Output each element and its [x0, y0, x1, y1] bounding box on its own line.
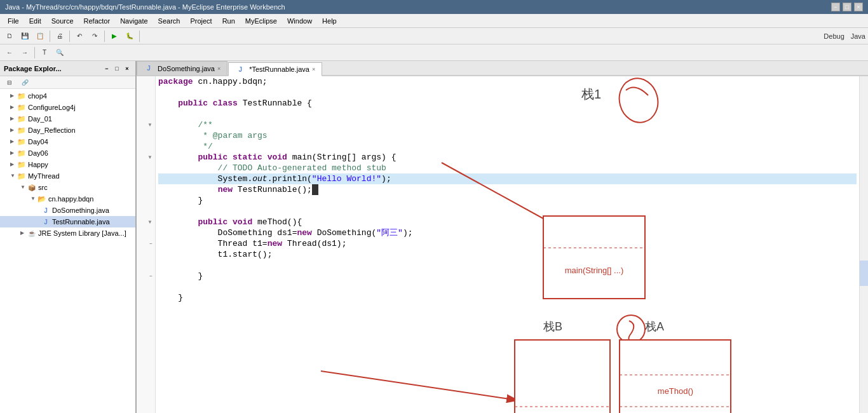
title-controls: − □ × — [831, 3, 863, 11]
tree-item-happy[interactable]: ▶ 📁 Happy — [0, 159, 135, 170]
title-text: Java - MyThread/src/cn/happy/bdqn/TestRu… — [5, 3, 285, 11]
code-line-5: /** — [158, 119, 857, 130]
code-line-7: */ — [158, 141, 857, 152]
toolbar-1: 🗋 💾 📋 🖨 ↶ ↷ ▶ 🐛 Debug Java — [0, 28, 868, 44]
tab-dosomething-label: DoSomething.java — [158, 65, 215, 72]
tab-dosomething-close[interactable]: × — [217, 65, 220, 72]
menu-file[interactable]: File — [3, 16, 24, 26]
separator-4 — [139, 30, 140, 42]
expand-arrow-day06: ▶ — [10, 150, 17, 156]
gutter-collapse-2[interactable]: ▼ — [147, 152, 153, 163]
link-editor-button[interactable]: 🔗 — [18, 76, 32, 90]
run-button[interactable]: ▶ — [107, 29, 121, 43]
tree-label-testrunnable: TestRunnable.java — [52, 218, 110, 226]
minimize-button[interactable]: − — [831, 3, 840, 11]
tree-item-day04[interactable]: ▶ 📁 Day04 — [0, 136, 135, 147]
gutter-collapse-1[interactable]: ▼ — [147, 119, 153, 130]
sidebar-header: Package Explor... − □ × — [0, 61, 135, 76]
toolbar-2: ← → T 🔍 — [0, 44, 868, 61]
expand-arrow-jre: ▶ — [20, 230, 27, 236]
tree-label-chop4: chop4 — [28, 92, 47, 100]
print-button[interactable]: 🖨 — [53, 29, 67, 43]
back-button[interactable]: ← — [3, 46, 17, 60]
expand-arrow-package: ▼ — [31, 196, 37, 202]
tab-testrunnable-close[interactable]: × — [312, 66, 315, 72]
tree-label-day-reflection: Day_Reflection — [28, 126, 76, 134]
menu-window[interactable]: Window — [282, 16, 317, 26]
editor-tabs: J DoSomething.java × J *TestRunnable.jav… — [137, 61, 868, 76]
expand-arrow-day04: ▶ — [10, 139, 17, 145]
expand-arrow-day01: ▶ — [10, 116, 17, 122]
tree-label-mythread: MyThread — [28, 172, 60, 180]
code-line-10: System.out.println("Hello World!"); — [158, 173, 857, 184]
tree-item-dosomething[interactable]: J DoSomething.java — [0, 205, 135, 216]
forward-button[interactable]: → — [18, 46, 32, 60]
tab-dosomething[interactable]: J DoSomething.java × — [137, 61, 227, 75]
menu-myeclipse[interactable]: MyEclipse — [240, 16, 282, 26]
main-layout: Package Explor... − □ × ⊟ 🔗 ▶ 📁 chop4 ▶ … — [0, 61, 868, 413]
code-editor[interactable]: package cn.happy.bdqn; public class Test… — [156, 76, 859, 413]
code-line-21: } — [158, 292, 857, 303]
collapse-all-button[interactable]: ⊟ — [3, 76, 17, 90]
editor-area: J DoSomething.java × J *TestRunnable.jav… — [137, 61, 868, 413]
folder-icon-day01: 📁 — [17, 114, 27, 124]
menu-source[interactable]: Source — [46, 16, 79, 26]
save-button[interactable]: 💾 — [18, 29, 32, 43]
editor-right-margin — [859, 76, 868, 413]
tree-item-day01[interactable]: ▶ 📁 Day_01 — [0, 113, 135, 125]
tree-item-src[interactable]: ▼ 📦 src — [0, 182, 135, 193]
stacka-box-svg — [620, 340, 731, 413]
sidebar-min-btn[interactable]: − — [102, 64, 111, 73]
tree-item-day06[interactable]: ▶ 📁 Day06 — [0, 147, 135, 159]
menu-project[interactable]: Project — [185, 16, 217, 26]
separator-2 — [69, 30, 70, 42]
save-all-button[interactable]: 📋 — [33, 29, 47, 43]
debug-label: Debug — [824, 32, 844, 40]
gutter-minus-1[interactable]: − — [149, 238, 153, 249]
tree-item-configurelog4j[interactable]: ▶ 📁 ConfigureLog4j — [0, 102, 135, 113]
folder-icon-mythread: 📁 — [17, 171, 27, 181]
expand-arrow-configurelog4j: ▶ — [10, 104, 17, 111]
open-type-button[interactable]: T — [37, 46, 51, 60]
menu-edit[interactable]: Edit — [24, 16, 46, 26]
separator-3 — [104, 30, 105, 42]
search-button[interactable]: 🔍 — [53, 46, 67, 60]
new-button[interactable]: 🗋 — [3, 29, 17, 43]
java-icon-dosomething: J — [41, 205, 51, 215]
code-line-15: DoSomething ds1=new DoSomething("阿三"); — [158, 227, 857, 238]
tree-item-day-reflection[interactable]: ▶ 📁 Day_Reflection — [0, 125, 135, 136]
tree-item-mythread[interactable]: ▼ 📁 MyThread — [0, 170, 135, 182]
tree-label-day04: Day04 — [28, 138, 48, 146]
code-line-1: package cn.happy.bdqn; — [158, 76, 857, 87]
redo-button[interactable]: ↷ — [88, 29, 102, 43]
maximize-button[interactable]: □ — [843, 3, 851, 11]
tree-item-package[interactable]: ▼ 📂 cn.happy.bdqn — [0, 193, 135, 205]
folder-icon-chop4: 📁 — [17, 91, 27, 101]
code-line-16: Thread t1=new Thread(ds1); — [158, 238, 857, 249]
sidebar-close-btn[interactable]: × — [123, 64, 132, 73]
folder-icon-happy: 📁 — [17, 159, 27, 170]
code-line-2 — [158, 87, 857, 98]
sidebar-max-btn[interactable]: □ — [112, 64, 121, 73]
menu-search[interactable]: Search — [153, 16, 186, 26]
undo-button[interactable]: ↶ — [72, 29, 86, 43]
tree-item-jre[interactable]: ▶ ☕ JRE System Library [Java...] — [0, 227, 135, 239]
menu-navigate[interactable]: Navigate — [115, 16, 153, 26]
code-line-13 — [158, 206, 857, 217]
code-line-9: // TODO Auto-generated method stub — [158, 163, 857, 173]
menu-run[interactable]: Run — [217, 16, 240, 26]
gutter-collapse-3[interactable]: ▼ — [147, 217, 153, 227]
gutter-minus-2[interactable]: − — [149, 271, 153, 281]
menu-help[interactable]: Help — [317, 16, 342, 26]
close-button[interactable]: × — [854, 3, 863, 11]
menu-refactor[interactable]: Refactor — [79, 16, 116, 26]
code-line-17: t1.start(); — [158, 249, 857, 260]
debug-button[interactable]: 🐛 — [123, 29, 137, 43]
java-label: Java — [851, 32, 865, 40]
tree-item-chop4[interactable]: ▶ 📁 chop4 — [0, 90, 135, 102]
tree-item-testrunnable[interactable]: J TestRunnable.java — [0, 216, 135, 227]
stacka-title-svg: 栈A — [644, 320, 664, 333]
java-icon-testrunnable: J — [41, 217, 51, 227]
tab-testrunnable[interactable]: J *TestRunnable.java × — [228, 62, 322, 76]
sidebar-title: Package Explor... — [4, 65, 62, 72]
